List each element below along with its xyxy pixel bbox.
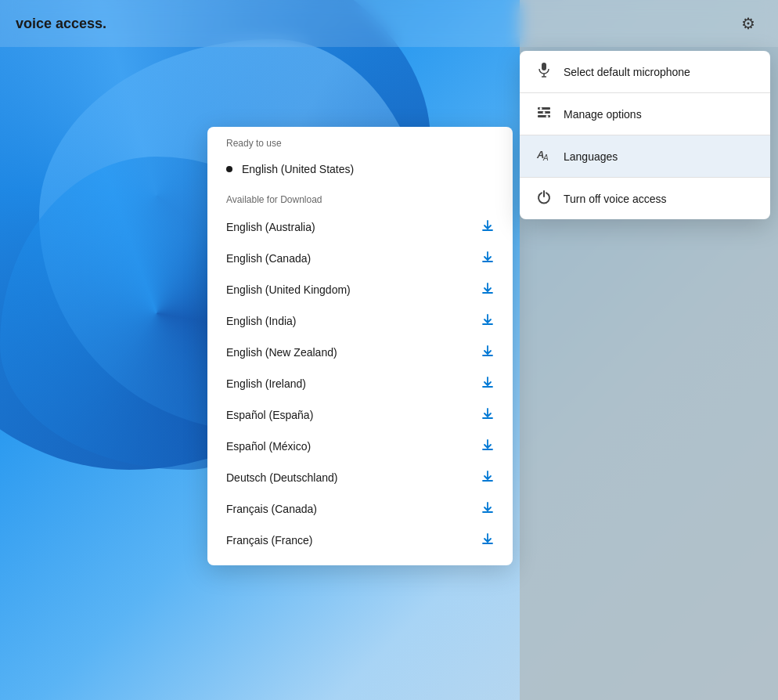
lang-name: Español (España) (226, 409, 313, 421)
selected-bullet (226, 166, 232, 172)
lang-list-item[interactable]: English (Ireland) (207, 368, 513, 399)
topbar: voice access. ⚙ (0, 0, 778, 47)
microphone-icon (535, 62, 553, 81)
download-icon (481, 532, 494, 548)
menu-label-languages: Languages (564, 150, 618, 163)
svg-rect-3 (538, 107, 550, 110)
language-list: English (Australia) English (Canada) Eng… (207, 211, 513, 556)
menu-label-manage: Manage options (564, 108, 642, 121)
menu-label-microphone: Select default microphone (564, 66, 690, 78)
download-icon (481, 438, 494, 454)
svg-text:A: A (542, 153, 549, 162)
download-icon (481, 407, 494, 423)
lang-name: English (New Zealand) (226, 346, 337, 359)
manage-icon (535, 104, 553, 124)
menu-item-turnoff[interactable]: Turn off voice access (520, 178, 770, 219)
selected-language-label: English (United States) (242, 163, 354, 175)
lang-name: English (Canada) (226, 252, 311, 265)
svg-rect-5 (538, 115, 550, 117)
lang-name: English (India) (226, 315, 297, 327)
svg-point-6 (540, 107, 542, 110)
lang-list-item[interactable]: Español (México) (207, 431, 513, 462)
lang-name: English (United Kingdom) (226, 283, 351, 296)
lang-list-item[interactable]: Español (España) (207, 399, 513, 431)
lang-name: Deutsch (Deutschland) (226, 471, 337, 484)
lang-list-item[interactable]: Français (Canada) (207, 493, 513, 525)
lang-name: Français (Canada) (226, 503, 317, 515)
menu-label-turnoff: Turn off voice access (564, 193, 667, 205)
lang-name: English (Ireland) (226, 377, 306, 390)
lang-name: English (Australia) (226, 221, 315, 233)
available-for-download-header: Available for Download (207, 183, 513, 211)
main-menu: Select default microphone Manage options… (520, 51, 770, 219)
download-icon (481, 376, 494, 391)
lang-list-item[interactable]: Français (France) (207, 525, 513, 556)
lang-item-selected[interactable]: English (United States) (207, 155, 513, 183)
svg-point-8 (546, 115, 549, 117)
languages-icon: A A (535, 146, 553, 166)
download-icon (481, 219, 494, 235)
lang-name: Español (México) (226, 440, 311, 453)
power-icon (535, 189, 553, 208)
download-icon (481, 345, 494, 360)
gear-icon: ⚙ (741, 14, 755, 33)
download-icon (481, 501, 494, 517)
svg-rect-0 (542, 63, 546, 70)
lang-list-item[interactable]: English (New Zealand) (207, 337, 513, 368)
menu-item-languages[interactable]: A A Languages (520, 135, 770, 177)
language-panel: Ready to use English (United States) Ava… (207, 127, 513, 565)
download-icon (481, 313, 494, 329)
download-icon (481, 470, 494, 485)
app-title: voice access. (16, 16, 106, 32)
download-icon (481, 282, 494, 298)
svg-point-7 (543, 111, 546, 114)
lang-list-item[interactable]: English (Canada) (207, 243, 513, 274)
lang-list-item[interactable]: English (Australia) (207, 211, 513, 243)
menu-item-select-microphone[interactable]: Select default microphone (520, 51, 770, 92)
ready-to-use-header: Ready to use (207, 127, 513, 155)
lang-list-item[interactable]: English (United Kingdom) (207, 274, 513, 305)
lang-list-item[interactable]: Deutsch (Deutschland) (207, 462, 513, 493)
menu-item-manage-options[interactable]: Manage options (520, 93, 770, 135)
settings-button[interactable]: ⚙ (734, 9, 762, 38)
lang-name: Français (France) (226, 534, 312, 547)
download-icon (481, 251, 494, 266)
lang-list-item[interactable]: English (India) (207, 305, 513, 337)
